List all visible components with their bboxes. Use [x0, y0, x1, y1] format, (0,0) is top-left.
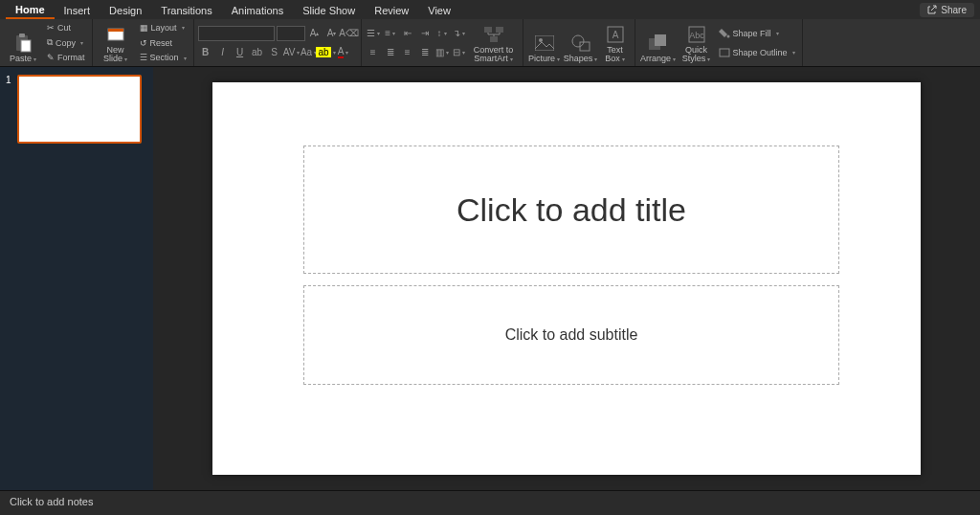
- copy-button[interactable]: ⧉ Copy: [44, 36, 88, 50]
- reset-icon: ↺: [140, 38, 147, 48]
- align-left-button[interactable]: ≡: [366, 45, 381, 60]
- group-font: A▴ A▾ A⌫ B I U ab S AV Aa ab A: [194, 19, 362, 66]
- decrease-font-button[interactable]: A▾: [324, 26, 340, 41]
- cut-icon: ✂: [47, 23, 55, 33]
- change-case-button[interactable]: Aa: [301, 45, 317, 60]
- strikethrough-button[interactable]: ab: [250, 45, 265, 60]
- format-label: Format: [57, 53, 85, 62]
- arrange-label: Arrange: [640, 55, 676, 63]
- shape-outline-button[interactable]: Shape Outline: [716, 46, 798, 59]
- title-placeholder[interactable]: Click to add title: [303, 146, 839, 274]
- svg-rect-4: [108, 29, 123, 32]
- reset-button[interactable]: ↺ Reset: [137, 36, 189, 50]
- workspace: 1 Click to add title Click to add subtit…: [0, 67, 980, 490]
- italic-button[interactable]: I: [215, 45, 231, 60]
- layout-button[interactable]: ▦ Layout: [137, 21, 189, 34]
- subtitle-placeholder[interactable]: Click to add subtitle: [303, 285, 839, 385]
- textbox-icon: A: [606, 25, 625, 44]
- shape-outline-label: Shape Outline: [733, 48, 788, 57]
- tab-slideshow[interactable]: Slide Show: [293, 2, 365, 18]
- svg-text:A: A: [612, 30, 618, 40]
- svg-rect-1: [19, 34, 25, 37]
- layout-icon: ▦: [140, 23, 148, 33]
- share-button[interactable]: Share: [920, 3, 974, 17]
- increase-font-button[interactable]: A▴: [307, 26, 323, 41]
- underline-button[interactable]: U: [233, 45, 248, 60]
- slide-panel: 1: [0, 67, 153, 490]
- quick-styles-label: Quick Styles: [682, 46, 711, 63]
- group-arrange: Arrange Abc Quick Styles Shape Fill Shap…: [635, 19, 803, 66]
- shadow-button[interactable]: S: [267, 45, 282, 60]
- shape-fill-button[interactable]: Shape Fill: [716, 27, 798, 40]
- textbox-button[interactable]: A Text Box: [600, 21, 631, 65]
- tab-animations[interactable]: Animations: [222, 2, 293, 18]
- share-label: Share: [941, 5, 967, 15]
- tab-review[interactable]: Review: [365, 2, 418, 18]
- thumbnail-preview[interactable]: [17, 75, 142, 144]
- group-clipboard: Paste ✂ Cut ⧉ Copy ✎ Format: [0, 19, 93, 66]
- svg-rect-6: [496, 27, 503, 33]
- shapes-label: Shapes: [564, 55, 598, 63]
- svg-rect-5: [484, 27, 492, 33]
- shapes-button[interactable]: Shapes: [564, 21, 598, 65]
- increase-indent-button[interactable]: ⇥: [417, 26, 433, 41]
- highlight-button[interactable]: ab: [319, 45, 334, 60]
- slide-canvas-area[interactable]: Click to add title Click to add subtitle: [153, 67, 980, 490]
- tab-transitions[interactable]: Transitions: [151, 2, 221, 18]
- align-center-button[interactable]: ≣: [383, 45, 398, 60]
- picture-label: Picture: [528, 55, 560, 63]
- svg-point-18: [726, 34, 729, 37]
- svg-rect-11: [580, 42, 590, 51]
- clear-formatting-button[interactable]: A⌫: [342, 26, 357, 41]
- text-direction-button[interactable]: ↴: [452, 26, 467, 41]
- textbox-label: Text Box: [605, 46, 625, 63]
- columns-button[interactable]: ▥: [434, 45, 450, 60]
- font-family-select[interactable]: [198, 26, 275, 41]
- cut-button[interactable]: ✂ Cut: [44, 21, 88, 34]
- justify-button[interactable]: ≣: [417, 45, 433, 60]
- svg-rect-19: [720, 49, 729, 56]
- bullets-button[interactable]: ☰: [366, 26, 381, 41]
- section-icon: ☰: [140, 53, 147, 62]
- font-color-button[interactable]: A: [336, 45, 351, 60]
- svg-rect-7: [490, 36, 498, 42]
- shapes-icon: [571, 34, 590, 53]
- shape-fill-label: Shape Fill: [733, 29, 771, 38]
- align-text-button[interactable]: ⊟: [452, 45, 467, 60]
- cut-label: Cut: [57, 23, 71, 33]
- align-right-button[interactable]: ≡: [400, 45, 415, 60]
- line-spacing-button[interactable]: ↕: [434, 26, 450, 41]
- paste-button[interactable]: Paste: [4, 21, 42, 65]
- tab-design[interactable]: Design: [100, 2, 151, 18]
- new-slide-label: New Slide: [103, 46, 127, 63]
- slide[interactable]: Click to add title Click to add subtitle: [212, 82, 921, 475]
- format-painter-button[interactable]: ✎ Format: [44, 51, 88, 64]
- bold-button[interactable]: B: [198, 45, 213, 60]
- shape-outline-icon: [719, 48, 730, 57]
- svg-point-9: [539, 38, 543, 42]
- tab-home[interactable]: Home: [6, 1, 55, 19]
- group-slides: New Slide ▦ Layout ↺ Reset ☰ Section: [93, 19, 194, 66]
- tab-insert[interactable]: Insert: [55, 2, 100, 18]
- quick-styles-button[interactable]: Abc Quick Styles: [679, 21, 714, 65]
- convert-smartart-button[interactable]: Convert to SmartArt: [469, 21, 519, 65]
- arrange-button[interactable]: Arrange: [639, 21, 678, 65]
- group-insert: Picture Shapes A Text Box: [523, 19, 635, 66]
- char-spacing-button[interactable]: AV: [284, 45, 300, 60]
- quick-styles-icon: Abc: [687, 25, 706, 44]
- notes-pane[interactable]: Click to add notes: [0, 490, 980, 515]
- new-slide-button[interactable]: New Slide: [97, 21, 135, 65]
- smartart-label: Convert to SmartArt: [474, 46, 514, 63]
- reset-label: Reset: [150, 38, 173, 48]
- section-button[interactable]: ☰ Section: [137, 51, 189, 64]
- font-size-select[interactable]: [277, 26, 305, 41]
- title-placeholder-text: Click to add title: [457, 191, 686, 229]
- paste-icon: [13, 34, 33, 53]
- slide-thumbnail-1[interactable]: 1: [6, 75, 147, 144]
- decrease-indent-button[interactable]: ⇤: [400, 26, 415, 41]
- numbering-button[interactable]: ≡: [383, 26, 398, 41]
- format-painter-icon: ✎: [47, 53, 55, 62]
- notes-placeholder-text: Click to add notes: [10, 496, 93, 507]
- tab-view[interactable]: View: [418, 2, 460, 18]
- picture-button[interactable]: Picture: [527, 21, 562, 65]
